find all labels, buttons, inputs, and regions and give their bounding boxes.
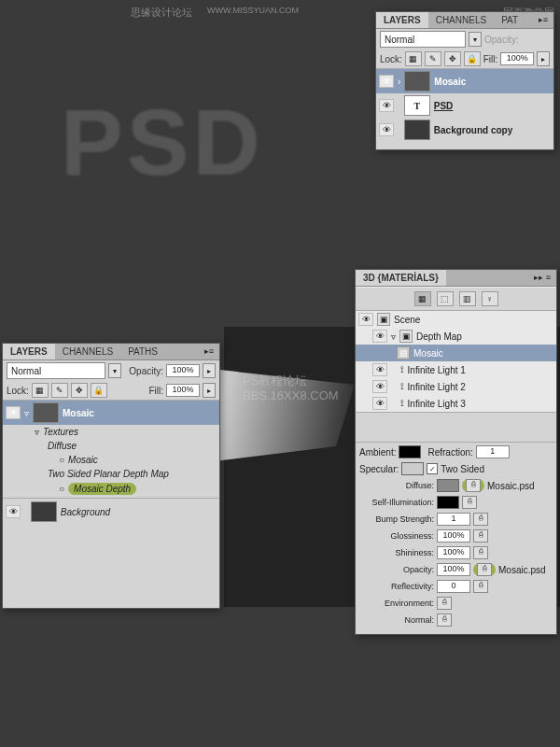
tree-item[interactable]: ▿ Textures: [3, 425, 219, 439]
texture-icon[interactable]: ⎙: [473, 546, 488, 559]
visibility-icon[interactable]: 👁: [358, 313, 373, 326]
dropdown-icon[interactable]: ▾: [108, 363, 121, 378]
bump-label: Bump Strength:: [359, 514, 434, 524]
tree-item[interactable]: 👁 ⟟ Infinite Light 3: [356, 395, 556, 412]
disclosure-icon[interactable]: ▿: [35, 427, 39, 437]
texture-icon[interactable]: ⎙: [466, 479, 481, 492]
texture-icon[interactable]: ⎙: [477, 563, 492, 576]
layer-row[interactable]: 👁 Background copy: [376, 118, 553, 142]
tree-label: Infinite Light 3: [408, 399, 466, 409]
tab-layers[interactable]: LAYERS: [376, 12, 428, 28]
fill-arrow[interactable]: ▸: [537, 51, 550, 66]
layer-name: PSD: [434, 101, 454, 111]
panel-menu-icon[interactable]: ▸≡: [199, 344, 219, 359]
tree-item[interactable]: 👁 ⟟ Infinite Light 2: [356, 378, 556, 395]
tab-3d-materials[interactable]: 3D {MATERİALS}: [356, 270, 446, 286]
lock-position-icon[interactable]: ✥: [71, 383, 88, 398]
tree-item[interactable]: ○ Mosaic: [3, 453, 219, 467]
texture-icon[interactable]: ⎙: [462, 496, 477, 509]
two-sided-checkbox[interactable]: ✓: [427, 463, 438, 474]
refraction-input[interactable]: 1: [476, 445, 510, 458]
tab-channels[interactable]: CHANNELS: [428, 12, 494, 28]
layer-row[interactable]: 👁 T PSD: [376, 93, 553, 118]
visibility-icon[interactable]: 👁: [379, 75, 394, 88]
visibility-icon[interactable]: 👁: [379, 123, 394, 136]
ambient-swatch[interactable]: [399, 445, 421, 458]
visibility-icon[interactable]: 👁: [372, 330, 387, 343]
visibility-icon[interactable]: 👁: [6, 505, 21, 518]
watermark: WWW.MISSYUAN.COM: [207, 6, 299, 15]
filter-scene-icon[interactable]: ▦: [414, 291, 431, 306]
opacity-input[interactable]: 100%: [437, 563, 470, 576]
shine-input[interactable]: 100%: [437, 546, 470, 559]
diffuse-swatch[interactable]: [437, 479, 459, 492]
lock-pixels-icon[interactable]: ✎: [425, 51, 441, 66]
panel-menu-icon[interactable]: ▸▸ ≡: [528, 270, 556, 286]
texture-icon[interactable]: ⎙: [473, 529, 488, 543]
mesh-icon: ▣: [399, 330, 413, 343]
fill-input[interactable]: 100%: [166, 384, 200, 397]
visibility-icon[interactable]: 👁: [372, 397, 387, 410]
tab-layers[interactable]: LAYERS: [3, 344, 55, 359]
blend-mode-select[interactable]: Normal: [7, 362, 105, 379]
text-layer-icon: T: [404, 95, 430, 116]
filter-materials-icon[interactable]: ▥: [459, 291, 476, 306]
light-icon: ⟟: [400, 381, 404, 392]
lock-position-icon[interactable]: ✥: [444, 51, 461, 66]
tree-item-selected[interactable]: ▧ Mosaic: [356, 345, 556, 361]
watermark: 思缘设计论坛: [131, 6, 192, 20]
reflect-input[interactable]: 0: [437, 580, 470, 593]
specular-swatch[interactable]: [401, 462, 424, 475]
tree-item[interactable]: 👁 ⟟ Infinite Light 1: [356, 361, 556, 378]
opacity-arrow[interactable]: ▸: [203, 363, 216, 378]
tree-item: Diffuse: [3, 439, 219, 453]
filter-lights-icon[interactable]: ♀: [482, 291, 498, 306]
tab-channels[interactable]: CHANNELS: [55, 344, 120, 359]
scene-row[interactable]: 👁 ▣ Scene: [356, 311, 556, 328]
fill-label: Fill:: [148, 386, 163, 396]
disclosure-icon[interactable]: ▿: [24, 408, 29, 418]
light-icon: ⟟: [400, 364, 404, 375]
tree-label: Mosaic: [413, 348, 443, 359]
lock-all-icon[interactable]: 🔒: [464, 51, 481, 66]
texture-icon[interactable]: ⎙: [473, 513, 488, 526]
tree-item[interactable]: ○ Mosaic Depth: [3, 481, 219, 497]
panel-menu-icon[interactable]: ▸≡: [533, 12, 553, 28]
material-icon: ▧: [397, 346, 410, 359]
texture-icon[interactable]: ⎙: [437, 613, 452, 627]
fill-arrow[interactable]: ▸: [203, 383, 216, 398]
tab-paths[interactable]: PATHS: [120, 344, 165, 359]
lock-transparent-icon[interactable]: ▦: [405, 51, 422, 66]
lock-transparent-icon[interactable]: ▦: [32, 383, 49, 398]
gloss-input[interactable]: 100%: [437, 529, 470, 543]
lock-all-icon[interactable]: 🔒: [91, 383, 107, 398]
tree-label: Infinite Light 1: [408, 365, 466, 375]
shine-label: Shininess:: [359, 548, 434, 557]
texture-icon[interactable]: ⎙: [437, 597, 452, 610]
lock-pixels-icon[interactable]: ✎: [51, 383, 68, 398]
fill-input[interactable]: 100%: [500, 52, 534, 65]
bump-input[interactable]: 1: [437, 513, 470, 526]
disclosure-icon[interactable]: ▿: [391, 331, 396, 342]
tree-item[interactable]: 👁 ▿ ▣ Depth Map: [356, 328, 556, 345]
tab-paths[interactable]: PAT: [494, 12, 525, 28]
visibility-icon[interactable]: 👁: [372, 363, 387, 376]
visibility-icon[interactable]: 👁: [372, 380, 387, 393]
link-icon: ›: [398, 77, 400, 87]
fill-label: Fill:: [483, 54, 498, 64]
filter-mesh-icon[interactable]: ⬚: [437, 291, 454, 306]
layer-name: Background: [61, 507, 110, 517]
opacity-input[interactable]: 100%: [166, 364, 200, 377]
visibility-icon[interactable]: 👁: [379, 99, 394, 112]
self-illum-swatch[interactable]: [437, 496, 459, 509]
layer-name: Mosaic: [434, 77, 466, 87]
dropdown-icon[interactable]: ▾: [469, 32, 482, 47]
visibility-icon[interactable]: 👁: [6, 406, 21, 419]
diffuse-label: Diffuse:: [359, 481, 434, 490]
blend-mode-select[interactable]: Normal: [380, 31, 466, 48]
layer-row[interactable]: 👁 ▿ Mosaic: [3, 401, 219, 425]
layer-row[interactable]: 👁 Background: [3, 500, 219, 524]
texture-icon[interactable]: ⎙: [473, 580, 488, 593]
layer-row[interactable]: 👁 › Mosaic: [376, 69, 553, 93]
canvas-artwork: PSD: [61, 89, 264, 196]
